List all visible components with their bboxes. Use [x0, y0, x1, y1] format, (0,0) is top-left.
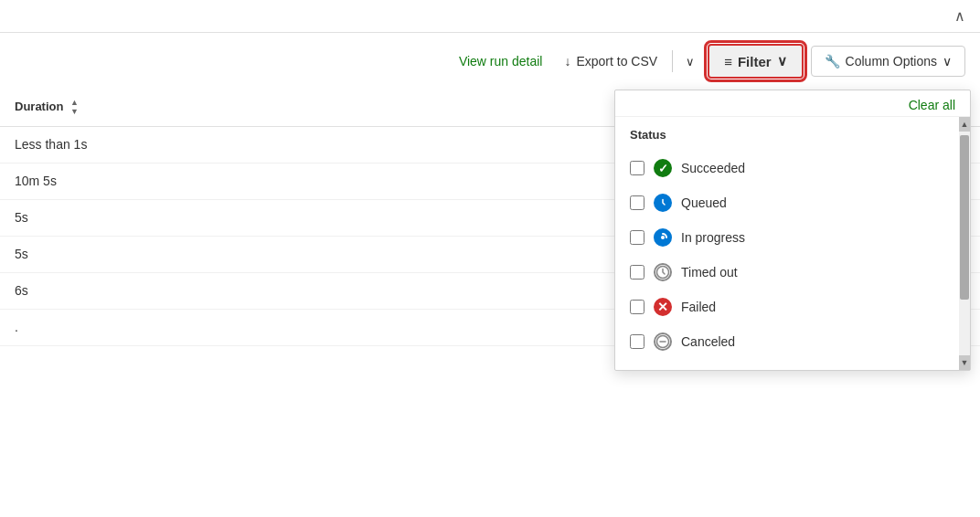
column-options-chevron-icon: ∨	[943, 54, 952, 69]
timedout-label[interactable]: Timed out	[681, 265, 738, 280]
filter-item-queued: Queued	[630, 185, 955, 220]
filter-item-failed: ✕ Failed	[630, 290, 955, 324]
duration-cell: Less than 1s	[0, 126, 623, 163]
succeeded-icon: ✓	[654, 159, 672, 177]
dropdown-body: Status ✓ Succeeded Queued	[615, 117, 970, 370]
failed-checkbox[interactable]	[630, 300, 644, 314]
filter-item-canceled: Canceled	[630, 324, 955, 359]
clear-all-button[interactable]: Clear all	[909, 98, 955, 112]
main-content: Duration ▲▼ Input Less than 1s ⇥ 10	[0, 90, 980, 506]
scrollbar-up-button[interactable]: ▲	[959, 117, 970, 132]
succeeded-label[interactable]: Succeeded	[681, 161, 745, 175]
export-csv-button[interactable]: ↓ Export to CSV	[557, 48, 665, 74]
filter-item-succeeded: ✓ Succeeded	[630, 151, 955, 185]
duration-cell: 6s	[0, 272, 623, 309]
canceled-icon	[654, 332, 672, 351]
export-divider	[672, 50, 673, 72]
toolbar: View run detail ↓ Export to CSV ∨ ≡ Filt…	[0, 33, 980, 90]
failed-label[interactable]: Failed	[681, 300, 716, 314]
queued-icon	[654, 194, 672, 212]
status-section-label: Status	[630, 128, 955, 142]
filter-item-timedout: Timed out	[630, 255, 955, 290]
filter-item-inprogress: In progress	[630, 220, 955, 255]
scrollbar-thumb[interactable]	[960, 135, 969, 300]
succeeded-checkbox[interactable]	[630, 161, 644, 175]
duration-column-header[interactable]: Duration ▲▼	[0, 90, 623, 126]
filter-button[interactable]: ≡ Filter ∨	[708, 44, 803, 79]
dropdown-header: Clear all	[615, 90, 970, 117]
export-label: Export to CSV	[576, 54, 657, 69]
column-options-label: Column Options	[846, 54, 937, 69]
timedout-checkbox[interactable]	[630, 265, 644, 280]
timedout-icon	[654, 263, 672, 281]
chevron-down-icon: ∨	[686, 55, 695, 69]
scrollbar-track: ▲ ▼	[959, 117, 970, 370]
inprogress-label[interactable]: In progress	[681, 230, 745, 245]
inprogress-checkbox[interactable]	[630, 230, 644, 245]
column-options-button[interactable]: 🔧 Column Options ∨	[811, 46, 965, 77]
queued-label[interactable]: Queued	[681, 195, 727, 210]
duration-cell: .	[0, 309, 623, 345]
filter-dropdown-panel: Clear all Status ✓ Succeeded Queued	[614, 90, 971, 371]
filter-label: Filter	[738, 54, 772, 69]
view-run-link[interactable]: View run detail	[459, 54, 543, 69]
scrollbar-down-button[interactable]: ▼	[959, 355, 970, 370]
canceled-label[interactable]: Canceled	[681, 334, 735, 349]
inprogress-icon	[654, 228, 672, 247]
failed-icon: ✕	[654, 298, 672, 316]
duration-cell: 10m 5s	[0, 163, 623, 199]
duration-cell: 5s	[0, 236, 623, 272]
sort-icons: ▲▼	[70, 99, 79, 117]
top-bar: ∧	[0, 0, 980, 33]
duration-cell: 5s	[0, 199, 623, 236]
download-icon: ↓	[564, 54, 570, 69]
wrench-icon: 🔧	[825, 54, 840, 69]
filter-chevron-icon: ∨	[777, 53, 787, 69]
export-chevron-button[interactable]: ∨	[680, 49, 700, 74]
chevron-up-icon[interactable]: ∧	[954, 7, 965, 25]
canceled-checkbox[interactable]	[630, 334, 644, 349]
svg-point-2	[661, 236, 665, 239]
filter-icon: ≡	[724, 54, 732, 69]
queued-checkbox[interactable]	[630, 195, 644, 210]
